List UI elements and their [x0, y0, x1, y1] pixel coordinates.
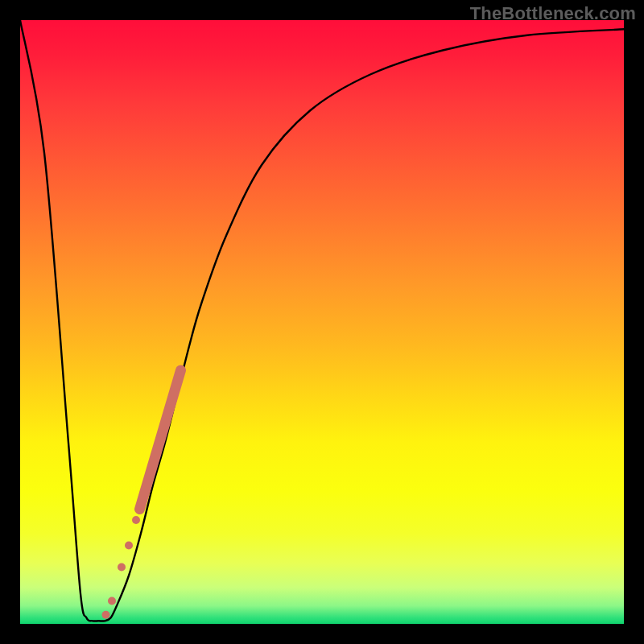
marker-dot	[118, 564, 126, 572]
watermark-label: TheBottleneck.com	[470, 3, 636, 24]
marker-dot	[125, 542, 133, 550]
chart-frame: TheBottleneck.com	[0, 0, 644, 644]
bottleneck-curve-path	[20, 20, 624, 621]
chart-svg	[20, 20, 624, 624]
marker-thick-segment	[140, 370, 181, 510]
plot-area	[20, 20, 624, 624]
marker-dot	[102, 611, 110, 619]
marker-dot	[132, 516, 140, 524]
highlight-markers	[102, 370, 181, 619]
marker-dot	[108, 597, 116, 605]
